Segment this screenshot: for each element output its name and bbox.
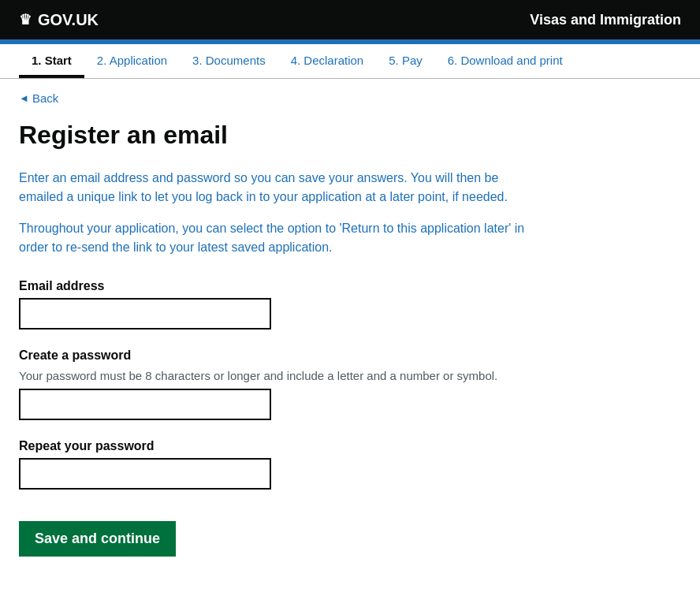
main-content: ◄ Back Register an email Enter an email … bbox=[0, 79, 552, 582]
tab-application[interactable]: 2. Application bbox=[84, 44, 180, 78]
tab-download[interactable]: 6. Download and print bbox=[435, 44, 575, 78]
gov-logo: ♛ GOV.UK bbox=[19, 11, 99, 29]
back-arrow-icon: ◄ bbox=[19, 92, 29, 104]
password-label: Create a password bbox=[19, 348, 533, 363]
tab-documents[interactable]: 3. Documents bbox=[180, 44, 278, 78]
email-field-group: Email address bbox=[19, 279, 533, 330]
repeat-password-label: Repeat your password bbox=[19, 439, 533, 453]
email-input[interactable] bbox=[19, 298, 271, 330]
repeat-password-field-group: Repeat your password bbox=[19, 439, 533, 490]
password-hint: Your password must be 8 characters or lo… bbox=[19, 367, 533, 384]
site-header: ♛ GOV.UK Visas and Immigration bbox=[0, 0, 700, 39]
repeat-password-input[interactable] bbox=[19, 458, 271, 490]
tab-start[interactable]: 1. Start bbox=[19, 44, 84, 78]
intro-paragraph-1: Enter an email address and password so y… bbox=[19, 169, 533, 207]
password-input[interactable] bbox=[19, 389, 271, 420]
tab-declaration[interactable]: 4. Declaration bbox=[278, 44, 377, 78]
service-name: Visas and Immigration bbox=[530, 12, 681, 28]
email-label: Email address bbox=[19, 279, 533, 293]
password-field-group: Create a password Your password must be … bbox=[19, 348, 533, 420]
crown-icon: ♛ bbox=[19, 11, 32, 28]
step-navigation: 1. Start 2. Application 3. Documents 4. … bbox=[0, 44, 700, 79]
intro-paragraph-2: Throughout your application, you can sel… bbox=[19, 219, 533, 257]
back-link-text: Back bbox=[32, 91, 58, 105]
back-link[interactable]: ◄ Back bbox=[19, 91, 533, 105]
register-email-form: Email address Create a password Your pas… bbox=[19, 279, 533, 557]
save-continue-button[interactable]: Save and continue bbox=[19, 521, 176, 557]
tab-pay[interactable]: 5. Pay bbox=[376, 44, 435, 78]
page-title: Register an email bbox=[19, 121, 533, 150]
gov-logo-text: GOV.UK bbox=[38, 11, 99, 29]
